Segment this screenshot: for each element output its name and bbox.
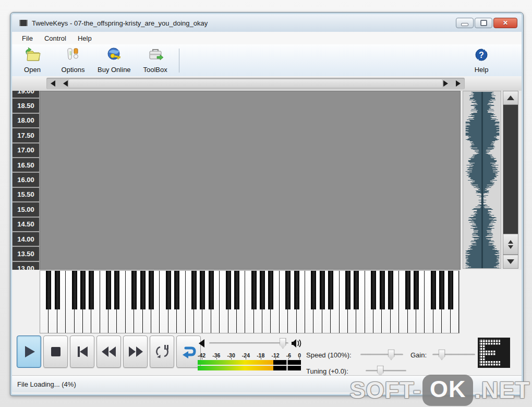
black-key[interactable] [294,271,299,309]
menu-control[interactable]: Control [39,33,72,44]
black-key[interactable] [371,271,376,309]
scroll-up-icon [507,92,514,100]
black-key[interactable] [234,271,239,309]
time-scale-value: 15.00 [13,202,39,216]
app-icon [19,20,28,26]
repeat-button[interactable] [176,336,201,368]
open-folder-icon [23,47,41,65]
open-label: Open [24,66,41,74]
transport-buttons [17,336,201,368]
gain-slider-thumb[interactable] [439,350,445,361]
black-key[interactable] [380,271,385,309]
vertical-scrollbar[interactable] [503,91,518,269]
black-key[interactable] [431,271,436,309]
note-analysis-canvas[interactable] [40,91,461,270]
close-icon: ✕ [503,19,508,27]
options-tools-icon [64,47,82,65]
scroll-fine-buttons[interactable] [503,234,518,255]
black-key[interactable] [328,271,333,309]
volume-slider[interactable] [209,338,288,349]
black-key[interactable] [72,271,77,309]
volume-slider-track[interactable] [209,342,288,344]
close-button[interactable]: ✕ [493,18,517,28]
rewind-icon [101,344,117,359]
waveform-image [464,92,501,268]
level-meter-right-bar [198,366,301,370]
volume-max-icon [292,339,302,348]
options-button[interactable]: Options [53,46,93,75]
black-key[interactable] [209,271,214,309]
black-key[interactable] [140,271,146,309]
volume-slider-thumb[interactable] [280,338,286,349]
time-scale-value: 18.00 [13,114,39,127]
speed-slider[interactable] [360,349,403,361]
help-button[interactable]: ? Help [461,46,502,75]
black-key[interactable] [345,271,350,309]
scroll-left-icon[interactable] [63,80,68,87]
black-key[interactable] [174,271,179,309]
meter-tick-label: -30 [227,352,235,358]
meter-tick-label: -18 [257,352,264,358]
open-button[interactable]: Open [12,46,53,75]
black-key[interactable] [89,271,94,309]
piano-keyboard[interactable] [40,270,460,333]
black-key[interactable] [311,271,316,309]
speed-slider-track[interactable] [360,354,403,355]
scroll-up-button[interactable] [503,91,518,105]
black-key[interactable] [149,271,154,309]
black-key[interactable] [166,271,171,309]
minimize-button[interactable] [456,18,474,28]
time-scale-value: 19.00 [13,91,39,98]
black-key[interactable] [320,271,325,309]
play-button[interactable] [17,336,41,368]
gain-slider[interactable] [432,349,475,361]
black-key[interactable] [226,271,231,309]
skip-to-start-button[interactable] [70,336,94,368]
black-key[interactable] [439,271,444,309]
black-key[interactable] [260,271,265,309]
black-key[interactable] [251,271,257,309]
black-key[interactable] [191,271,197,309]
tuning-label: Tuning (+0.0): [306,367,348,375]
black-key[interactable] [405,271,410,309]
black-key[interactable] [114,271,119,309]
black-key[interactable] [285,271,291,309]
black-key[interactable] [80,271,86,309]
fast-forward-button[interactable] [123,336,148,368]
scroll-right-icon[interactable] [443,80,448,87]
title-bar[interactable]: TwelveKeys - 07-the_offspring-kristy_are… [12,14,522,32]
black-key[interactable] [55,271,60,309]
toolbox-button[interactable]: ToolBox [135,46,176,75]
rewind-button[interactable] [96,336,121,368]
horizontal-scrollbar-thumb[interactable] [68,79,443,88]
vertical-scrollbar-track[interactable] [503,105,518,234]
speed-slider-thumb[interactable] [388,350,395,361]
buy-online-button[interactable]: Buy Online [93,46,135,75]
tuning-slider-track[interactable] [366,370,406,372]
svg-text:?: ? [479,51,484,59]
meter-tick-label: -12 [271,352,279,358]
horizontal-scrollbar[interactable] [46,78,465,89]
level-meter-right-peak [286,366,288,370]
maximize-button[interactable] [475,18,492,28]
menu-help[interactable]: Help [72,33,98,44]
meter-tick-label: -42 [198,352,205,358]
black-key[interactable] [46,271,51,309]
black-key[interactable] [414,271,419,309]
black-key[interactable] [354,271,359,309]
black-key[interactable] [388,271,393,309]
play-icon [22,344,37,359]
black-key[interactable] [268,271,273,309]
black-key[interactable] [448,271,453,309]
black-key[interactable] [200,271,205,309]
scroll-left-fast-icon[interactable] [51,80,55,87]
black-key[interactable] [106,271,111,309]
menu-file[interactable]: File [16,33,39,44]
toolbar-separator [179,49,179,73]
waveform-panel[interactable] [463,91,501,269]
loop-section-button[interactable] [150,336,174,368]
stop-button[interactable] [43,336,68,368]
black-key[interactable] [131,271,137,309]
scroll-right-fast-icon[interactable] [456,80,461,87]
scroll-down-button[interactable] [503,255,518,269]
